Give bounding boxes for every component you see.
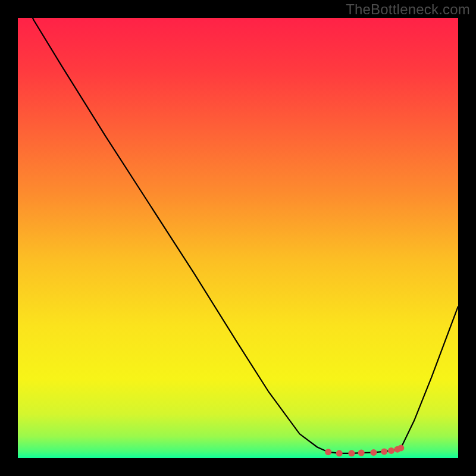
optimal-marker xyxy=(388,447,394,454)
optimal-marker xyxy=(381,448,387,455)
optimal-marker xyxy=(325,449,331,455)
bottleneck-chart xyxy=(0,0,476,476)
optimal-marker xyxy=(370,449,377,456)
optimal-marker xyxy=(348,450,355,456)
chart-frame: TheBottleneck.com xyxy=(0,0,476,476)
optimal-marker xyxy=(336,450,343,456)
optimal-marker xyxy=(358,450,365,456)
optimal-marker xyxy=(397,444,404,451)
gradient-background xyxy=(18,18,458,458)
